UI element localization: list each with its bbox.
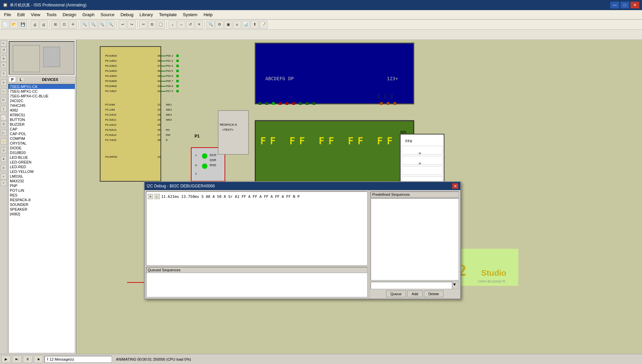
stop-button[interactable]: ■ <box>34 356 43 363</box>
cut-btn[interactable]: ✂ <box>139 21 147 29</box>
part-btn[interactable]: ▣ <box>224 21 232 29</box>
pause-button[interactable]: ⏸ <box>23 356 32 363</box>
device-item-3[interactable]: 24C02C <box>8 98 75 103</box>
props-btn[interactable]: ⚙ <box>215 21 224 29</box>
menu-tools[interactable]: Tools <box>43 11 59 18</box>
bus-tool[interactable]: ≡ <box>1 80 7 86</box>
delete-btn[interactable]: ✕ <box>195 21 203 29</box>
extra-tool[interactable]: + <box>1 180 7 186</box>
device-item-21[interactable]: PNP <box>8 183 75 188</box>
menu-library[interactable]: Library <box>137 11 156 18</box>
graph-tool[interactable]: 📈 <box>1 115 7 121</box>
device-item-12[interactable]: CRYSTAL <box>8 141 75 146</box>
grid-btn[interactable]: ⊞ <box>51 21 59 29</box>
menu-edit[interactable]: Edit <box>14 11 27 18</box>
bom-btn[interactable]: 📊 <box>242 21 250 29</box>
device-item-8[interactable]: BUZZER <box>8 122 75 127</box>
save-btn[interactable]: 💾 <box>19 21 27 29</box>
junction-tool[interactable]: ✛ <box>1 56 7 62</box>
device-item-15[interactable]: LED-BLUE <box>8 155 75 160</box>
script-btn[interactable]: 📝 <box>259 21 267 29</box>
device-item-26[interactable]: SPEAKER <box>8 207 75 212</box>
terminal-tool[interactable]: ⊢ <box>1 97 7 103</box>
copy-btn[interactable]: ⧉ <box>148 21 156 29</box>
device-tab-p[interactable]: P <box>9 77 16 82</box>
delete-button[interactable]: Delete <box>424 291 443 297</box>
snap-btn[interactable]: ⊡ <box>60 21 68 29</box>
device-item-20[interactable]: MAX232 <box>8 179 75 183</box>
menu-system[interactable]: System <box>180 11 200 18</box>
paste-btn[interactable]: 📋 <box>157 21 165 29</box>
text-tool[interactable]: T <box>1 71 7 77</box>
select-tool[interactable]: ↖ <box>1 40 7 47</box>
device-item-11[interactable]: COMPIM <box>8 136 75 141</box>
device-item-19[interactable]: LM016L <box>8 174 75 179</box>
i2c-close-button[interactable]: ✕ <box>452 183 458 189</box>
wire-btn[interactable]: ✛ <box>69 21 77 29</box>
device-item-4[interactable]: 74HC245 <box>8 103 75 108</box>
device-item-27[interactable]: [4082] <box>8 212 75 216</box>
subcircuit-tool[interactable]: □ <box>1 88 7 94</box>
menu-view[interactable]: View <box>28 11 43 18</box>
move-btn[interactable]: ↕ <box>169 21 177 29</box>
predefined-input[interactable] <box>371 282 452 289</box>
generator-tool[interactable]: ⚡ <box>1 139 7 145</box>
voltage-tool[interactable]: V <box>1 147 7 153</box>
menu-help[interactable]: Help <box>201 11 215 18</box>
maximize-button[interactable]: □ <box>620 2 629 8</box>
redo-btn[interactable]: ↪ <box>127 21 136 29</box>
device-item-22[interactable]: POT-LIN <box>8 188 75 193</box>
zoom-in-btn[interactable]: 🔍 <box>98 21 106 29</box>
device-item-5[interactable]: 4082 <box>8 108 75 113</box>
rotate-btn[interactable]: ↺ <box>186 21 194 29</box>
menu-source[interactable]: Source <box>98 11 117 18</box>
device-tab-l[interactable]: L <box>17 77 24 82</box>
device-item-18[interactable]: LED-YELLOW <box>8 169 75 174</box>
probe-tool[interactable]: ⊙ <box>1 121 7 127</box>
device-item-25[interactable]: SOUNDER <box>8 202 75 207</box>
device-item-7[interactable]: BUTTON <box>8 117 75 122</box>
script2-tool[interactable]: A <box>1 165 7 171</box>
i2c-log[interactable]: + ← 11.621ms 13.750ms S A0 A 50 A Sr A1 … <box>146 191 368 266</box>
menu-design[interactable]: Design <box>60 11 79 18</box>
predefined-dropdown-btn[interactable]: ▼ <box>452 282 459 289</box>
component-tool[interactable]: ↺ <box>1 47 7 53</box>
close-button[interactable]: ✕ <box>631 2 639 8</box>
step-button[interactable]: ▶| <box>12 356 22 363</box>
zoom-fit-btn[interactable]: 🔍 <box>107 21 115 29</box>
device-item-16[interactable]: LED-GREEN <box>8 160 75 164</box>
new-btn[interactable]: 📄 <box>1 21 9 29</box>
device-item-24[interactable]: RESPACK-8 <box>8 198 75 202</box>
device-item-9[interactable]: CAP <box>8 127 75 131</box>
zoom-out-btn[interactable]: 🔍 <box>89 21 97 29</box>
print-prev-btn[interactable]: 🖨 <box>39 21 48 29</box>
device-item-2[interactable]: 7SEG-MPX4-CC-BLUE <box>8 94 75 98</box>
log-next-btn[interactable]: ← <box>154 194 160 199</box>
add-tool[interactable]: + <box>1 174 7 180</box>
queue-button[interactable]: Queue <box>386 291 406 297</box>
play-button[interactable]: ▶ <box>1 356 11 363</box>
device-item-23[interactable]: RES <box>8 193 75 198</box>
device-item-14[interactable]: DS18B20 <box>8 150 75 155</box>
device-item-13[interactable]: DIODE <box>8 146 75 150</box>
export-btn[interactable]: ⬆ <box>251 21 259 29</box>
pin-tool[interactable]: | <box>1 106 7 112</box>
device-item-6[interactable]: AT89C51 <box>8 113 75 117</box>
device-item-0[interactable]: 7SEG-MPX1-CA <box>8 84 75 89</box>
menu-debug[interactable]: Debug <box>118 11 136 18</box>
mirror-btn[interactable]: ↔ <box>177 21 185 29</box>
device-item-10[interactable]: CAP-POL <box>8 131 75 136</box>
open-btn[interactable]: 📂 <box>10 21 18 29</box>
menu-template[interactable]: Template <box>156 11 180 18</box>
device-item-17[interactable]: LED-RED <box>8 164 75 169</box>
zoom-sel-btn[interactable]: 🔍 <box>81 21 89 29</box>
device-item-1[interactable]: 7SEG-MPX1-CC <box>8 89 75 94</box>
add-button[interactable]: Add <box>407 291 423 297</box>
marker-tool[interactable]: ✦ <box>1 156 7 162</box>
minimize-button[interactable]: — <box>610 2 619 8</box>
netlist-btn[interactable]: ≡ <box>233 21 241 29</box>
undo-btn[interactable]: ↩ <box>119 21 127 29</box>
canvas-area[interactable]: P0.0/AD0 P0.1/AD1 P0.2/AD2 P0.3/AD3 P0.4… <box>77 40 642 354</box>
menu-file[interactable]: File <box>1 11 14 18</box>
print-btn[interactable]: 🖨 <box>31 21 39 29</box>
